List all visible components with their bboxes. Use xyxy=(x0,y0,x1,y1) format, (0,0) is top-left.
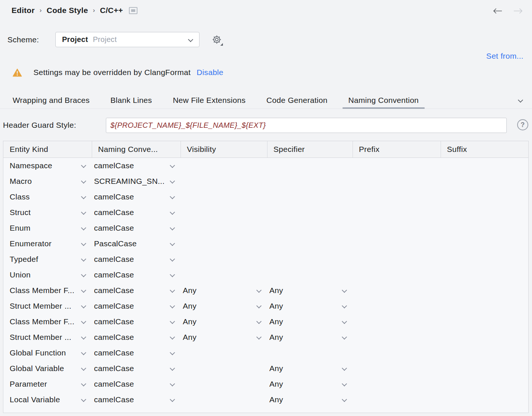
chevron-down-icon[interactable] xyxy=(81,178,86,183)
breadcrumb-item-code-style[interactable]: Code Style xyxy=(46,6,88,15)
chevron-down-icon[interactable] xyxy=(81,272,86,277)
naming-convention-cell[interactable]: camelCase xyxy=(92,329,181,345)
chevron-down-icon[interactable] xyxy=(81,381,86,386)
chevron-down-icon[interactable] xyxy=(81,303,86,308)
entity-kind-cell[interactable]: Parameter xyxy=(3,376,92,392)
chevron-down-icon[interactable] xyxy=(170,163,175,168)
chevron-down-icon[interactable] xyxy=(170,241,175,246)
visibility-cell[interactable]: Any xyxy=(181,298,267,314)
chevron-down-icon[interactable] xyxy=(81,241,86,246)
header-guard-style-input[interactable] xyxy=(106,118,507,133)
naming-convention-cell[interactable]: camelCase xyxy=(92,251,181,267)
specifier-cell[interactable]: Any xyxy=(267,376,353,392)
tab-wrapping-and-braces[interactable]: Wrapping and Braces xyxy=(7,92,95,108)
tab-naming-convention[interactable]: Naming Convention xyxy=(343,92,425,108)
chevron-down-icon[interactable] xyxy=(81,209,86,215)
visibility-cell[interactable]: Any xyxy=(181,314,267,329)
chevron-down-icon[interactable] xyxy=(342,319,347,324)
visibility-cell[interactable]: Any xyxy=(181,329,267,345)
specifier-cell[interactable]: Any xyxy=(267,392,353,407)
naming-convention-cell[interactable]: camelCase xyxy=(92,158,181,173)
naming-convention-cell[interactable]: camelCase xyxy=(92,220,181,236)
chevron-down-icon[interactable] xyxy=(256,303,262,308)
naming-convention-cell[interactable]: camelCase xyxy=(92,267,181,283)
chevron-down-icon[interactable] xyxy=(81,225,86,230)
visibility-cell[interactable]: Any xyxy=(181,283,267,298)
disable-clangformat-link[interactable]: Disable xyxy=(197,68,223,77)
chevron-down-icon[interactable] xyxy=(170,272,175,277)
chevron-down-icon[interactable] xyxy=(81,397,86,402)
naming-convention-cell[interactable]: camelCase xyxy=(92,283,181,298)
chevron-down-icon[interactable] xyxy=(342,397,347,402)
chevron-down-icon[interactable] xyxy=(342,287,347,293)
specifier-cell[interactable]: Any xyxy=(267,314,353,329)
chevron-down-icon[interactable] xyxy=(81,194,86,199)
chevron-down-icon[interactable] xyxy=(170,178,175,183)
forward-arrow-icon[interactable] xyxy=(513,8,523,14)
entity-kind-cell[interactable]: Class xyxy=(3,189,92,205)
specifier-cell[interactable]: Any xyxy=(267,361,353,376)
chevron-down-icon[interactable] xyxy=(81,256,86,261)
entity-kind-cell[interactable]: Class Member F... xyxy=(3,314,92,329)
scheme-select[interactable]: Project Project xyxy=(55,32,200,47)
entity-kind-cell[interactable]: Global Variable xyxy=(3,361,92,376)
chevron-down-icon[interactable] xyxy=(342,381,347,386)
chevron-down-icon[interactable] xyxy=(256,334,262,339)
chevron-down-icon[interactable] xyxy=(81,287,86,293)
breadcrumb-item-c-cpp[interactable]: C/C++ xyxy=(100,6,123,15)
naming-convention-cell[interactable]: camelCase xyxy=(92,345,181,361)
chevron-down-icon[interactable] xyxy=(342,303,347,308)
chevron-down-icon[interactable] xyxy=(170,287,175,293)
entity-kind-cell[interactable]: Local Variable xyxy=(3,392,92,407)
naming-convention-cell[interactable]: SCREAMING_SN... xyxy=(92,173,181,189)
entity-kind-cell[interactable]: Struct xyxy=(3,205,92,220)
entity-kind-cell[interactable]: Enumerator xyxy=(3,236,92,251)
chevron-down-icon[interactable] xyxy=(81,365,86,371)
chevron-down-icon[interactable] xyxy=(256,287,262,293)
specifier-cell[interactable]: Any xyxy=(267,298,353,314)
specifier-cell[interactable]: Any xyxy=(267,283,353,298)
specifier-cell[interactable]: Any xyxy=(267,329,353,345)
chevron-down-icon[interactable] xyxy=(170,365,175,371)
chevron-down-icon[interactable] xyxy=(170,381,175,386)
naming-convention-cell[interactable]: camelCase xyxy=(92,392,181,407)
back-arrow-icon[interactable] xyxy=(493,8,502,14)
naming-convention-cell[interactable]: camelCase xyxy=(92,189,181,205)
help-icon[interactable]: ? xyxy=(517,119,528,130)
chevron-down-icon[interactable] xyxy=(256,319,262,324)
naming-convention-cell[interactable]: camelCase xyxy=(92,376,181,392)
chevron-down-icon[interactable] xyxy=(170,194,175,199)
entity-kind-cell[interactable]: Enum xyxy=(3,220,92,236)
chevron-down-icon[interactable] xyxy=(81,319,86,324)
chevron-down-icon[interactable] xyxy=(342,365,347,371)
tab-blank-lines[interactable]: Blank Lines xyxy=(104,92,158,108)
chevron-down-icon[interactable] xyxy=(170,225,175,230)
chevron-down-icon[interactable] xyxy=(170,256,175,261)
chevron-down-icon[interactable] xyxy=(170,350,175,355)
entity-kind-cell[interactable]: Namespace xyxy=(3,158,92,173)
naming-convention-cell[interactable]: PascalCase xyxy=(92,236,181,251)
entity-kind-cell[interactable]: Struct Member ... xyxy=(3,298,92,314)
tab-code-generation[interactable]: Code Generation xyxy=(260,92,333,108)
chevron-down-icon[interactable] xyxy=(81,350,86,355)
chevron-down-icon[interactable] xyxy=(342,334,347,339)
entity-kind-cell[interactable]: Union xyxy=(3,267,92,283)
chevron-down-icon[interactable] xyxy=(170,334,175,339)
tab-new-file-extensions[interactable]: New File Extensions xyxy=(167,92,252,108)
naming-convention-cell[interactable]: camelCase xyxy=(92,361,181,376)
entity-kind-cell[interactable]: Global Function xyxy=(3,345,92,361)
set-from-link[interactable]: Set from... xyxy=(486,52,523,61)
chevron-down-icon[interactable] xyxy=(170,397,175,402)
naming-convention-cell[interactable]: camelCase xyxy=(92,314,181,329)
breadcrumb-item-editor[interactable]: Editor xyxy=(12,6,35,15)
entity-kind-cell[interactable]: Class Member F... xyxy=(3,283,92,298)
chevron-down-icon[interactable] xyxy=(170,209,175,215)
entity-kind-cell[interactable]: Struct Member ... xyxy=(3,329,92,345)
entity-kind-cell[interactable]: Macro xyxy=(3,173,92,189)
chevron-down-icon[interactable] xyxy=(81,163,86,168)
scheme-actions-button[interactable] xyxy=(211,34,223,46)
entity-kind-cell[interactable]: Typedef xyxy=(3,251,92,267)
chevron-down-icon[interactable] xyxy=(81,334,86,339)
more-tabs-button[interactable] xyxy=(513,92,526,108)
chevron-down-icon[interactable] xyxy=(170,319,175,324)
